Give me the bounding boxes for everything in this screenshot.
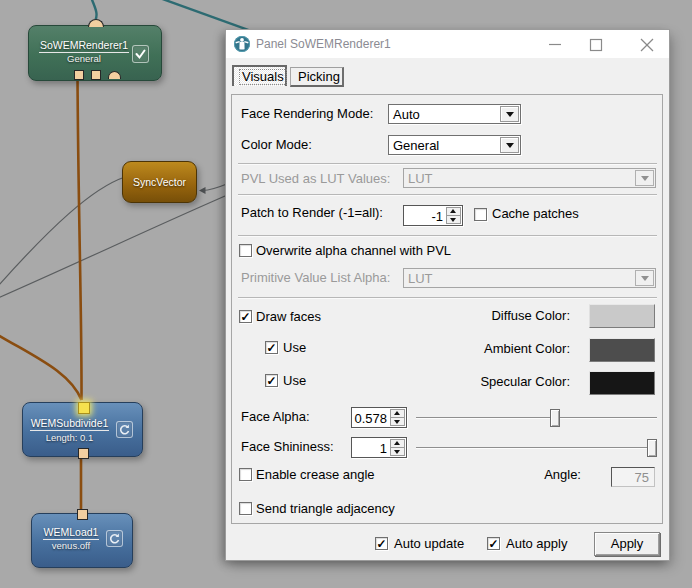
spinbox-value: 0.578: [354, 411, 387, 426]
combobox-value: LUT: [408, 171, 433, 186]
separator: [238, 235, 657, 236]
angle-input-disabled: 75: [611, 467, 655, 487]
send-triangle-checkbox[interactable]: ✓: [239, 502, 252, 515]
angle-label: Angle:: [544, 468, 581, 482]
wem-connection-vertical: [78, 74, 82, 400]
window-titlebar[interactable]: Panel SoWEMRenderer1: [226, 30, 669, 58]
tab-visuals[interactable]: Visuals: [232, 65, 287, 86]
separator: [238, 163, 657, 164]
chevron-down-icon: [641, 176, 649, 181]
node-refresh-icon[interactable]: [106, 530, 123, 547]
input-connector-2[interactable]: [91, 70, 101, 80]
draw-faces-checkbox[interactable]: ✓: [239, 310, 252, 323]
combobox-dropdown-button[interactable]: [500, 137, 519, 153]
cache-patches-label[interactable]: Cache patches: [492, 207, 579, 221]
spinbox-value: 1: [380, 441, 387, 456]
face-shininess-slider-track[interactable]: [416, 447, 657, 448]
chevron-down-icon: [506, 112, 514, 117]
diffuse-color-swatch[interactable]: [589, 304, 655, 328]
auto-update-label[interactable]: Auto update: [394, 537, 464, 551]
input-connector-3[interactable]: [108, 71, 121, 79]
spinbox-value: -1: [431, 209, 443, 224]
pvl-alpha-combobox-disabled: LUT: [403, 268, 656, 288]
auto-apply-checkbox[interactable]: ✓: [487, 537, 500, 550]
combobox-dropdown-button: [635, 170, 654, 186]
overwrite-alpha-checkbox[interactable]: ✓: [239, 244, 252, 257]
use-specular-checkbox[interactable]: ✓: [265, 374, 278, 387]
tab-visuals-label: Visuals: [239, 69, 287, 85]
ambient-color-label: Ambient Color:: [484, 342, 570, 356]
face-alpha-slider-track[interactable]: [416, 417, 657, 418]
face-shininess-slider-handle[interactable]: [647, 439, 657, 457]
specular-color-swatch[interactable]: [589, 371, 655, 395]
node-syncvector[interactable]: SyncVector: [122, 161, 197, 203]
combobox-dropdown-button: [635, 270, 654, 286]
chevron-down-icon: [641, 276, 649, 281]
send-triangle-label[interactable]: Send triangle adjacency: [256, 502, 395, 516]
triangle-down-icon: [394, 450, 400, 454]
draw-faces-label[interactable]: Draw faces: [256, 310, 321, 324]
face-rendering-mode-label: Face Rendering Mode:: [241, 107, 373, 121]
face-alpha-label: Face Alpha:: [241, 410, 310, 424]
spin-down-button[interactable]: [446, 215, 461, 224]
use-ambient-label[interactable]: Use: [283, 341, 306, 355]
face-rendering-mode-combobox[interactable]: Auto: [388, 104, 521, 124]
param-connection-lower: [0, 193, 232, 298]
input-connector[interactable]: [77, 509, 88, 520]
overwrite-alpha-label[interactable]: Overwrite alpha channel with PVL: [256, 244, 451, 258]
input-connector-1[interactable]: [74, 70, 84, 80]
node-wemsubdivide1[interactable]: WEMSubdivide1 Length: 0.1: [22, 402, 143, 457]
enable-crease-label[interactable]: Enable crease angle: [256, 468, 375, 482]
face-alpha-slider-handle[interactable]: [550, 409, 560, 427]
combobox-value: Auto: [393, 107, 420, 122]
ambient-color-swatch[interactable]: [589, 338, 655, 362]
face-shininess-spinbox[interactable]: 1: [351, 437, 407, 458]
triangle-up-icon: [394, 411, 400, 415]
angle-value: 75: [635, 470, 649, 485]
triangle-down-icon: [394, 420, 400, 424]
close-button[interactable]: [630, 30, 664, 58]
auto-apply-label[interactable]: Auto apply: [506, 537, 567, 551]
wem-connection-from-left: [0, 335, 82, 400]
face-shininess-label: Face Shininess:: [241, 440, 334, 454]
chevron-down-icon: [506, 143, 514, 148]
triangle-up-icon: [450, 209, 456, 213]
pvl-lut-combobox-disabled: LUT: [403, 168, 656, 188]
auto-update-checkbox[interactable]: ✓: [375, 537, 388, 550]
use-specular-label[interactable]: Use: [283, 374, 306, 388]
tab-picking[interactable]: Picking: [290, 67, 344, 87]
apply-button[interactable]: Apply: [594, 532, 660, 556]
separator: [238, 297, 657, 298]
separator: [238, 194, 657, 195]
diffuse-color-label: Diffuse Color:: [491, 309, 570, 323]
input-connector-highlighted[interactable]: [78, 402, 90, 414]
spin-down-button[interactable]: [390, 417, 405, 426]
window-title: Panel SoWEMRenderer1: [256, 30, 391, 59]
pvl-lut-label: PVL Used as LUT Values:: [241, 172, 390, 186]
node-refresh-icon[interactable]: [116, 421, 133, 438]
output-connector[interactable]: [78, 448, 89, 459]
node-enabled-checkbox-icon[interactable]: [132, 45, 149, 63]
triangle-up-icon: [394, 441, 400, 445]
use-ambient-checkbox[interactable]: ✓: [265, 341, 278, 354]
enable-crease-checkbox[interactable]: ✓: [239, 468, 252, 481]
tab-picking-label: Picking: [298, 70, 340, 84]
mevislab-app-icon: [234, 36, 250, 52]
cache-patches-checkbox[interactable]: ✓: [474, 208, 487, 221]
color-mode-combobox[interactable]: General: [388, 135, 521, 155]
patch-to-render-label: Patch to Render (-1=all):: [241, 206, 383, 220]
node-sowemrenderer1[interactable]: SoWEMRenderer1 General: [28, 25, 162, 81]
patch-to-render-spinbox[interactable]: -1: [403, 205, 463, 226]
face-alpha-spinbox[interactable]: 0.578: [351, 407, 407, 428]
maximize-button[interactable]: [579, 30, 613, 58]
color-mode-label: Color Mode:: [241, 138, 312, 152]
mevislab-network-canvas: SoWEMRenderer1 General SyncVector WEMSub…: [0, 0, 692, 588]
spin-down-button[interactable]: [390, 447, 405, 456]
combobox-value: LUT: [408, 271, 433, 286]
minimize-button[interactable]: [538, 30, 572, 58]
node-title: SyncVector: [123, 176, 196, 188]
triangle-down-icon: [450, 218, 456, 222]
node-wemload1[interactable]: WEMLoad1 venus.off: [31, 513, 133, 568]
combobox-dropdown-button[interactable]: [500, 106, 519, 122]
param-arrowhead: [199, 187, 206, 194]
